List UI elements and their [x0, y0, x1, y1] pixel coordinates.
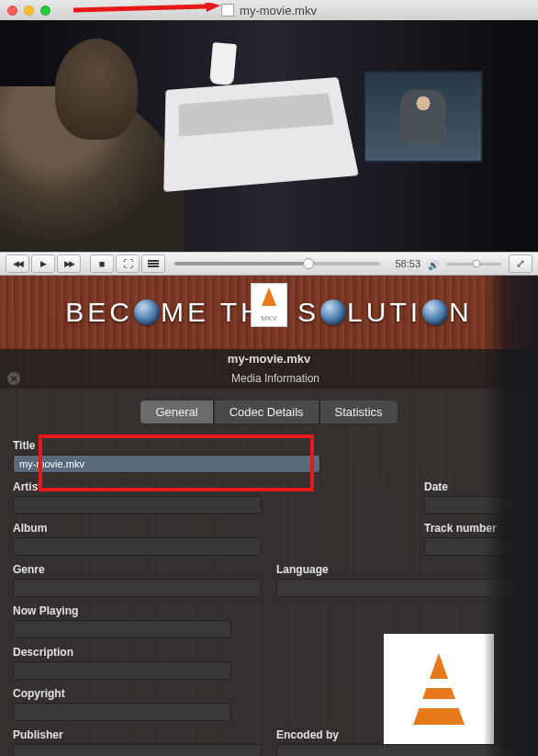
- now-playing-label: Now Playing: [13, 604, 231, 617]
- annotation-arrow-icon: [73, 3, 220, 17]
- svg-line-0: [73, 6, 207, 10]
- album-input[interactable]: [13, 537, 262, 556]
- volume-icon[interactable]: [428, 255, 439, 272]
- publisher-input[interactable]: [13, 744, 262, 756]
- video-frame: [0, 20, 538, 252]
- volume-slider[interactable]: [446, 263, 501, 265]
- stop-button[interactable]: [90, 254, 114, 273]
- expand-button[interactable]: [509, 254, 532, 273]
- rewind-button[interactable]: [6, 254, 29, 273]
- fullscreen-button[interactable]: [116, 254, 140, 273]
- background-area: MKV BECME THE SLUTIN my-movie.mkv ✕ Medi…: [0, 276, 538, 756]
- genre-input[interactable]: [13, 579, 262, 597]
- title-input[interactable]: [13, 455, 320, 473]
- tab-codec-details[interactable]: Codec Details: [214, 400, 319, 424]
- window-titlebar: my-movie.mkv: [0, 0, 538, 20]
- artist-label: Artist: [13, 480, 262, 493]
- media-info-tabs: General Codec Details Statistics: [13, 400, 525, 424]
- fast-forward-button[interactable]: [57, 254, 81, 273]
- media-info-header: my-movie.mkv ✕ Media Information: [0, 349, 538, 389]
- file-icon: [221, 4, 234, 17]
- publisher-label: Publisher: [13, 728, 262, 741]
- close-panel-button[interactable]: ✕: [7, 372, 20, 385]
- orb-icon: [422, 299, 448, 325]
- window-title-text: my-movie.mkv: [240, 4, 317, 17]
- orb-icon: [320, 299, 346, 325]
- title-label: Title: [13, 439, 320, 452]
- media-info-panel: General Codec Details Statistics Title A…: [0, 389, 538, 756]
- play-button[interactable]: [31, 254, 55, 273]
- genre-label: Genre: [13, 563, 262, 576]
- tab-statistics[interactable]: Statistics: [319, 400, 398, 424]
- seek-slider[interactable]: [174, 262, 380, 265]
- banner: MKV BECME THE SLUTIN: [0, 276, 538, 349]
- artist-input[interactable]: [13, 496, 262, 514]
- playback-time: 58:53: [395, 258, 420, 269]
- minimize-window-button[interactable]: [24, 6, 34, 16]
- window-title: my-movie.mkv: [221, 4, 317, 17]
- copyright-input[interactable]: [13, 703, 231, 721]
- copyright-label: Copyright: [13, 687, 231, 700]
- description-label: Description: [13, 646, 231, 659]
- media-info-title: Media Information: [20, 372, 531, 385]
- media-info-filename: my-movie.mkv: [0, 349, 538, 368]
- orb-icon: [134, 299, 160, 325]
- description-input[interactable]: [13, 661, 231, 680]
- close-window-button[interactable]: [7, 6, 17, 16]
- album-label: Album: [13, 522, 262, 535]
- background-figure: [483, 276, 538, 756]
- now-playing-input[interactable]: [13, 620, 231, 638]
- tab-general[interactable]: General: [140, 400, 213, 424]
- traffic-lights: [7, 6, 50, 16]
- maximize-window-button[interactable]: [40, 6, 50, 16]
- svg-marker-1: [205, 3, 220, 12]
- playback-controls: 58:53: [0, 252, 538, 276]
- playlist-button[interactable]: [141, 254, 165, 273]
- video-viewport[interactable]: [0, 20, 538, 252]
